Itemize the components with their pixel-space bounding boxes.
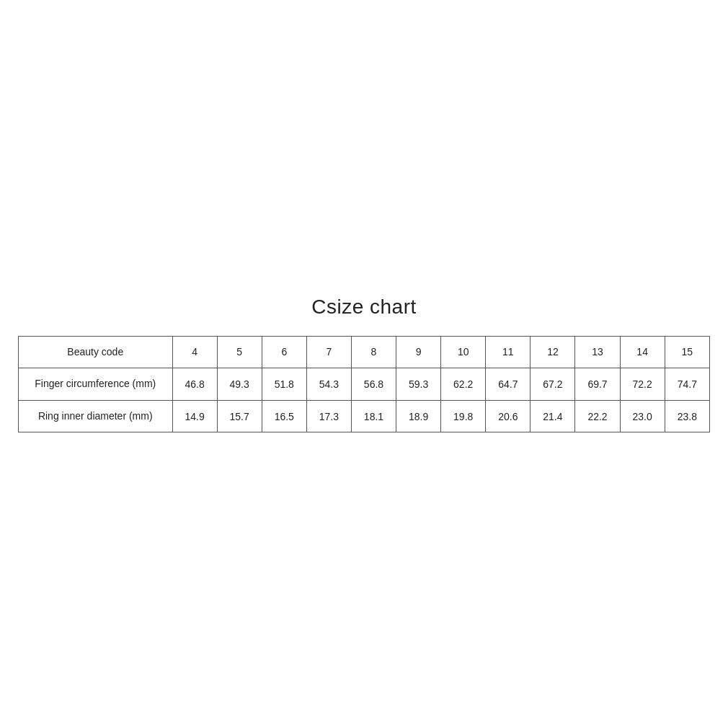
cell-r0-c4: 8 [351,336,396,368]
cell-r0-c8: 12 [531,336,575,368]
cell-r0-c11: 15 [665,336,709,368]
cell-r0-c2: 6 [262,336,306,368]
cell-r1-c5: 59.3 [396,368,441,401]
cell-r1-c4: 56.8 [351,368,396,401]
chart-title: Csize chart [311,296,417,319]
cell-r2-c5: 18.9 [396,400,441,432]
table-row: Beauty code456789101112131415 [19,336,710,368]
cell-r0-c5: 9 [396,336,441,368]
chart-container: Csize chart Beauty code45678910111213141… [18,296,710,433]
cell-r2-c9: 22.2 [575,400,620,432]
cell-r0-c3: 7 [306,336,351,368]
cell-r1-c8: 67.2 [531,368,575,401]
cell-r2-c7: 20.6 [486,400,531,432]
cell-r1-c10: 72.2 [620,368,665,401]
cell-r0-c9: 13 [575,336,620,368]
cell-r1-c3: 54.3 [306,368,351,401]
size-table: Beauty code456789101112131415Finger circ… [18,336,710,433]
cell-r2-c6: 19.8 [441,400,486,432]
cell-r1-c7: 64.7 [486,368,531,401]
cell-r1-c0: 46.8 [172,368,217,401]
cell-r2-c0: 14.9 [172,400,217,432]
cell-r1-c2: 51.8 [262,368,306,401]
cell-r2-c4: 18.1 [351,400,396,432]
cell-r2-c11: 23.8 [665,400,709,432]
cell-r2-c2: 16.5 [262,400,306,432]
cell-r2-c1: 15.7 [217,400,262,432]
row-header-0: Beauty code [19,336,173,368]
cell-r0-c1: 5 [217,336,262,368]
cell-r2-c3: 17.3 [306,400,351,432]
cell-r1-c11: 74.7 [665,368,709,401]
cell-r0-c0: 4 [172,336,217,368]
table-row: Finger circumference (mm)46.849.351.854.… [19,368,710,401]
cell-r1-c9: 69.7 [575,368,620,401]
cell-r2-c8: 21.4 [531,400,575,432]
row-header-2: Ring inner diameter (mm) [19,400,173,432]
cell-r0-c7: 11 [486,336,531,368]
cell-r1-c6: 62.2 [441,368,486,401]
cell-r2-c10: 23.0 [620,400,665,432]
cell-r1-c1: 49.3 [217,368,262,401]
row-header-1: Finger circumference (mm) [19,368,173,401]
table-row: Ring inner diameter (mm)14.915.716.517.3… [19,400,710,432]
cell-r0-c10: 14 [620,336,665,368]
cell-r0-c6: 10 [441,336,486,368]
